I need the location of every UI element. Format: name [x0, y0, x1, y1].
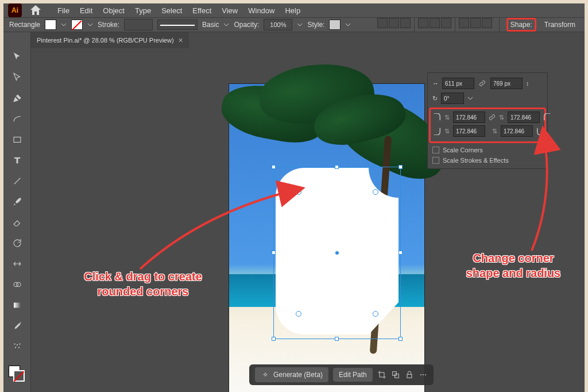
distribute-spacing-button[interactable] [482, 18, 492, 28]
svg-point-8 [14, 347, 16, 348]
pen-tool[interactable] [10, 91, 25, 106]
shape-panel-tab[interactable]: Shape: [506, 18, 536, 32]
align-center-h-button[interactable] [389, 18, 399, 28]
rotation-input[interactable] [441, 93, 464, 104]
fill-stroke-control[interactable] [9, 366, 26, 383]
document-tab[interactable]: Pinterest Pin.ai* @ 28.08 % (RGB/CPU Pre… [31, 32, 189, 48]
menu-help[interactable]: Help [285, 6, 300, 15]
corner-radius-tl-input[interactable] [453, 112, 485, 123]
direct-selection-tool[interactable] [10, 70, 25, 85]
lock-icon[interactable] [405, 370, 414, 379]
link-icon[interactable] [478, 78, 487, 89]
curvature-tool[interactable] [10, 112, 25, 126]
svg-point-9 [18, 347, 19, 348]
width-input[interactable] [442, 78, 474, 89]
menu-object[interactable]: Object [103, 6, 125, 15]
svg-point-7 [19, 343, 20, 344]
eraser-tool[interactable] [10, 215, 25, 230]
menu-edit[interactable]: Edit [80, 6, 92, 15]
distribute-h-button[interactable] [459, 18, 469, 28]
corner-type-tr[interactable] [543, 113, 551, 121]
more-icon[interactable]: ⋯ [419, 370, 428, 379]
corner-type-tl[interactable] [433, 113, 441, 121]
document-tabs: Pinterest Pin.ai* @ 28.08 % (RGB/CPU Pre… [31, 32, 189, 48]
rotate-tool[interactable] [10, 236, 25, 251]
tab-title: Pinterest Pin.ai* @ 28.08 % (RGB/CPU Pre… [37, 37, 174, 44]
chevron-down-icon[interactable] [223, 22, 229, 28]
shape-builder-tool[interactable] [10, 277, 25, 292]
rectangle-tool[interactable] [10, 132, 25, 147]
corner-widget-br[interactable] [373, 311, 378, 317]
corner-radius-bl-input[interactable] [453, 125, 485, 137]
distribute-v-button[interactable] [470, 18, 481, 28]
edit-path-label: Edit Path [339, 371, 367, 379]
fill-swatch[interactable] [45, 20, 56, 30]
menu-window[interactable]: Window [248, 6, 274, 15]
menu-file[interactable]: File [57, 6, 69, 15]
chevron-down-icon[interactable] [297, 22, 303, 28]
corner-type-bl[interactable] [433, 127, 441, 135]
sparkle-icon: ✧ [261, 370, 270, 379]
tools-panel [3, 32, 31, 392]
corner-widget-bl[interactable] [296, 311, 301, 317]
transform-panel-tab[interactable]: Transform [541, 18, 579, 31]
stroke-weight-input[interactable] [124, 19, 153, 30]
control-bar: Rectangle Stroke: Basic Opacity: Style: [3, 17, 585, 32]
chevron-down-icon[interactable] [61, 22, 67, 28]
width-tool[interactable] [10, 256, 25, 271]
align-center-v-button[interactable] [430, 18, 440, 28]
align-right-button[interactable] [400, 18, 411, 28]
menu-view[interactable]: View [222, 6, 238, 15]
svg-line-1 [14, 178, 20, 185]
svg-point-3 [16, 282, 21, 287]
stepper-icon[interactable]: ⇅ [444, 128, 450, 135]
link-corners-icon[interactable] [489, 112, 496, 123]
height-input[interactable] [490, 78, 523, 89]
corner-radius-tr-input[interactable] [508, 112, 540, 123]
align-left-button[interactable] [377, 18, 388, 28]
chevron-down-icon[interactable] [467, 95, 473, 101]
chevron-down-icon[interactable] [87, 22, 93, 28]
eyedropper-tool[interactable] [10, 318, 25, 333]
edit-path-button[interactable]: Edit Path [333, 368, 373, 382]
rotate-icon: ↻ [432, 95, 438, 102]
line-tool[interactable] [10, 174, 25, 189]
stroke-profile[interactable] [157, 20, 198, 30]
color-mode-button[interactable] [10, 389, 25, 392]
stepper-icon[interactable]: ⇅ [444, 114, 450, 121]
scale-strokes-checkbox[interactable] [432, 157, 439, 164]
menu-select[interactable]: Select [161, 6, 182, 15]
corner-widget-tr[interactable] [373, 189, 378, 195]
stepper-icon[interactable]: ⇅ [499, 114, 504, 121]
scale-strokes-label: Scale Strokes & Effects [443, 157, 509, 164]
workspace: Pinterest Pin.ai* @ 28.08 % (RGB/CPU Pre… [3, 32, 585, 392]
paintbrush-tool[interactable] [10, 194, 25, 209]
type-tool[interactable] [10, 153, 25, 168]
group-icon[interactable] [391, 370, 400, 379]
stepper-icon[interactable]: ⇅ [492, 128, 497, 135]
annotation-arrow-left [134, 177, 312, 275]
opacity-input[interactable] [264, 19, 292, 30]
generate-button[interactable]: ✧ Generate (Beta) [255, 367, 328, 382]
menu-effect[interactable]: Effect [192, 6, 211, 15]
annotation-arrow-right [514, 124, 566, 256]
home-icon[interactable] [29, 3, 42, 17]
canvas[interactable]: ✧ Generate (Beta) Edit Path ⋯ ↔ ↕ [31, 32, 585, 392]
menu-type[interactable]: Type [135, 6, 151, 15]
selection-tool[interactable] [10, 49, 25, 64]
stroke-swatch[interactable] [71, 20, 83, 30]
gradient-tool[interactable] [10, 298, 25, 313]
scale-corners-checkbox[interactable] [432, 147, 439, 153]
svg-rect-15 [392, 372, 396, 376]
crop-icon[interactable] [377, 370, 386, 379]
svg-point-5 [14, 343, 15, 344]
stroke-label: Stroke: [98, 21, 119, 29]
align-bottom-button[interactable] [441, 18, 451, 28]
symbol-sprayer-tool[interactable] [10, 339, 25, 354]
graphic-style-swatch[interactable] [329, 20, 341, 30]
align-top-button[interactable] [418, 18, 428, 28]
titlebar: Ai File Edit Object Type Select Effect V… [3, 3, 585, 17]
svg-rect-4 [14, 303, 21, 308]
chevron-down-icon[interactable] [345, 22, 351, 28]
close-icon[interactable]: × [179, 36, 183, 45]
